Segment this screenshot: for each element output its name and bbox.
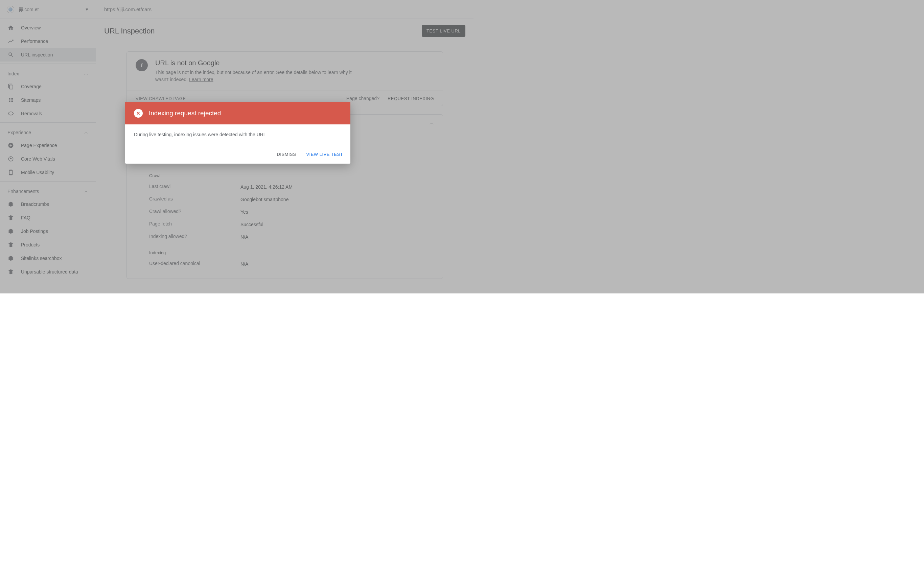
modal-dialog: ✕ Indexing request rejected During live …: [125, 102, 350, 164]
error-icon: ✕: [134, 109, 143, 118]
view-live-test-button[interactable]: VIEW LIVE TEST: [305, 151, 344, 158]
modal-title: Indexing request rejected: [149, 110, 221, 117]
dismiss-button[interactable]: DISMISS: [276, 151, 297, 158]
modal-overlay[interactable]: ✕ Indexing request rejected During live …: [0, 0, 924, 294]
modal-actions: DISMISS VIEW LIVE TEST: [125, 145, 350, 164]
modal-header: ✕ Indexing request rejected: [125, 102, 350, 124]
modal-body: During live testing, indexing issues wer…: [125, 124, 350, 145]
